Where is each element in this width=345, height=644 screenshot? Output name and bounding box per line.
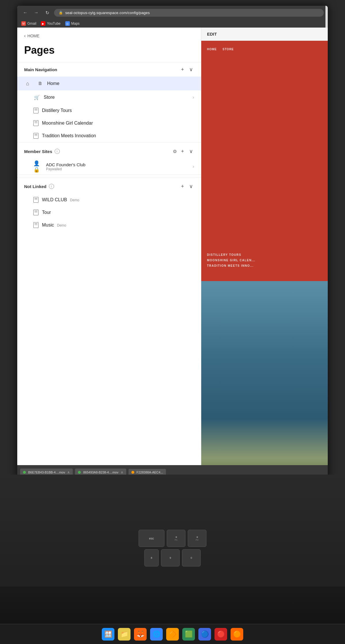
bookmark-maps[interactable]: ◎ Maps <box>65 21 80 26</box>
preview-nav-store: STORE <box>223 48 234 51</box>
not-linked-actions: + ∨ <box>180 183 194 190</box>
member-title-group: Member Sites i <box>24 149 60 154</box>
download-name-2: F228388A-AEC4... <box>137 471 163 474</box>
tour-label: Tour <box>42 210 194 215</box>
distillery-tours-label: Distillery Tours <box>42 108 194 113</box>
key-f1[interactable]: ☀F1 <box>167 530 185 547</box>
taskbar-icon6[interactable]: 🔵 <box>198 628 211 641</box>
collapse-member-button[interactable]: ∨ <box>188 148 194 155</box>
lock-icon: 🔒 <box>59 11 63 15</box>
browser-toolbar: ← → ↻ 🔒 seal-octopus-cylg.squarespace.co… <box>17 6 328 20</box>
wild-club-page-icon <box>33 197 39 203</box>
nav-item-music[interactable]: Music Demo <box>17 219 201 231</box>
preview-nav-home: HOME <box>207 48 217 51</box>
back-button[interactable]: ← <box>21 9 29 17</box>
moonshine-calendar-label: Moonshine Girl Calendar <box>42 121 194 126</box>
address-bar[interactable]: 🔒 seal-octopus-cylg.squarespace.com/conf… <box>54 9 324 17</box>
add-nav-button[interactable]: + <box>180 66 185 73</box>
taskbar-icon7[interactable]: 🔴 <box>214 628 227 641</box>
preview-red-section: HOME STORE DISTILLERY TOURS MOONSHINE GI… <box>201 41 328 281</box>
not-linked-header: Not Linked i + ∨ <box>17 177 201 194</box>
nav-item-moonshine-calendar[interactable]: Moonshine Girl Calendar <box>17 117 201 129</box>
bookmarks-bar: M Gmail ▶ YouTube ◎ Maps <box>17 20 328 28</box>
member-item-adc[interactable]: 👤🔒 ADC Founder's Club Paywalled › <box>17 158 201 175</box>
refresh-button[interactable]: ↻ <box>43 9 51 17</box>
gear-icon[interactable]: ⚙ <box>173 149 177 154</box>
edit-bar: EDIT <box>201 28 328 41</box>
back-label: HOME <box>27 34 39 38</box>
key-0[interactable]: 0 <box>182 549 201 566</box>
taskbar-icon5[interactable]: 🟩 <box>182 628 195 641</box>
member-name-adc: ADC Founder's Club <box>46 162 193 167</box>
nav-item-home[interactable]: ⌂ 🗎 Home <box>17 77 201 90</box>
nav-item-wild-club[interactable]: WILD CLUB Demo <box>17 194 201 206</box>
music-label: Music Demo <box>42 223 194 228</box>
member-sites-title: Member Sites <box>24 149 52 154</box>
nav-item-distillery-tours[interactable]: Distillery Tours <box>17 104 201 117</box>
moonshine-page-icon <box>33 120 39 126</box>
preview-moonshine: MOONSHINE GIRL CALEN... <box>207 259 255 262</box>
adc-arrow-icon: › <box>193 164 194 169</box>
key-9[interactable]: 9 <box>161 549 180 566</box>
bookmark-gmail[interactable]: M Gmail <box>21 21 36 26</box>
pages-panel: ‹ HOME Pages Main Navigation + ∨ ⌂ <box>17 28 201 478</box>
taskbar-icon4[interactable]: 🔶 <box>166 628 179 641</box>
main-navigation-title: Main Navigation <box>24 67 57 72</box>
browser-chrome: ← → ↻ 🔒 seal-octopus-cylg.squarespace.co… <box>17 6 328 28</box>
taskbar-chrome[interactable]: 🌐 <box>150 628 163 641</box>
forward-button[interactable]: → <box>32 9 40 17</box>
download-chevron-0: ∧ <box>67 470 70 474</box>
taskbar-firefox[interactable]: 🦊 <box>134 628 147 641</box>
download-chevron-1: ∧ <box>121 470 123 474</box>
taskbar-windows[interactable]: 🪟 <box>102 628 114 641</box>
browser-content: ‹ HOME Pages Main Navigation + ∨ ⌂ <box>17 28 328 478</box>
member-info-adc: ADC Founder's Club Paywalled <box>46 162 193 171</box>
bookmark-youtube[interactable]: ▶ YouTube <box>41 21 60 26</box>
member-info-icon[interactable]: i <box>55 149 60 154</box>
download-dot-0 <box>23 471 26 474</box>
key-esc[interactable]: esc <box>139 530 164 547</box>
member-actions: ⚙ + ∨ <box>173 148 194 155</box>
chevron-left-icon: ‹ <box>24 33 26 38</box>
home-icons: ⌂ 🗎 <box>24 80 47 87</box>
key-f2[interactable]: ☀F2 <box>188 530 206 547</box>
taskbar-icon8[interactable]: 🟠 <box>231 628 243 641</box>
collapse-nav-button[interactable]: ∨ <box>188 66 194 73</box>
maps-icon: ◎ <box>65 21 70 26</box>
add-not-linked-button[interactable]: + <box>180 183 185 190</box>
taskbar: 🪟 📁 🦊 🌐 🔶 🟩 🔵 🔴 🟠 <box>0 587 345 644</box>
member-icon-adc: 👤🔒 <box>33 162 43 171</box>
tour-page-icon <box>33 210 39 215</box>
preview-distillery: DISTILLERY TOURS <box>207 253 255 256</box>
download-dot-1 <box>78 471 81 474</box>
nav-item-tour[interactable]: Tour <box>17 206 201 219</box>
main-nav-actions: + ∨ <box>180 66 194 73</box>
preview-tradition: TRADITION MEETS INNO... <box>207 264 255 267</box>
tradition-label: Tradition Meets Innovation <box>42 133 194 138</box>
add-member-button[interactable]: + <box>180 148 185 155</box>
gmail-icon: M <box>21 21 26 26</box>
taskbar-explorer[interactable]: 📁 <box>118 628 131 641</box>
page-icon-home: 🗎 <box>37 80 44 87</box>
bookmark-youtube-label: YouTube <box>47 22 60 26</box>
key-8[interactable]: 8 <box>144 549 159 566</box>
download-name-1: 865493A8-B238-4....mov <box>83 471 118 474</box>
store-arrow-icon: › <box>193 95 194 100</box>
not-linked-title-group: Not Linked i <box>24 184 54 189</box>
url-text: seal-octopus-cylg.squarespace.com/config… <box>65 11 150 15</box>
wild-club-label: WILD CLUB Demo <box>42 197 194 202</box>
nav-item-store[interactable]: 🛒 Store › <box>17 90 201 104</box>
home-icon: ⌂ <box>24 80 31 87</box>
bookmark-gmail-label: Gmail <box>27 22 36 26</box>
preview-nav: HOME STORE <box>201 48 328 51</box>
main-navigation-header: Main Navigation + ∨ <box>17 62 201 77</box>
collapse-not-linked-button[interactable]: ∨ <box>188 183 194 190</box>
panel-scroll[interactable]: Main Navigation + ∨ ⌂ 🗎 Home 🛒 <box>17 62 201 478</box>
tradition-page-icon <box>33 133 39 139</box>
back-to-home[interactable]: ‹ HOME <box>17 28 201 41</box>
nav-item-tradition[interactable]: Tradition Meets Innovation <box>17 129 201 142</box>
edit-label: EDIT <box>207 32 217 36</box>
not-linked-info-icon[interactable]: i <box>49 184 54 189</box>
website-preview: HOME STORE DISTILLERY TOURS MOONSHINE GI… <box>201 41 328 478</box>
preview-blue-section <box>201 281 328 478</box>
